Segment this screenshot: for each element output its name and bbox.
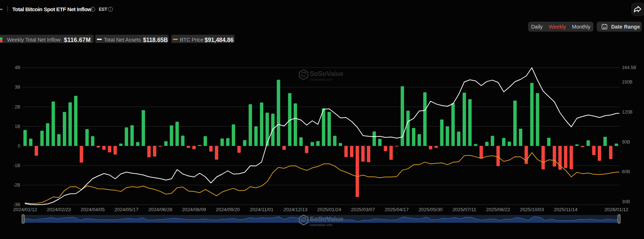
svg-text:2024/09/20: 2024/09/20 (216, 207, 240, 212)
svg-text:EST: EST (99, 7, 108, 12)
svg-text:sosovalue.com: sosovalue.com (310, 78, 332, 81)
svg-text:sosovalue.com: sosovalue.com (310, 223, 332, 227)
svg-text:2025/01/24: 2025/01/24 (317, 207, 341, 212)
svg-text:120B: 120B (622, 110, 632, 115)
svg-text:150B: 150B (622, 80, 632, 85)
svg-text:SoSoValue: SoSoValue (310, 70, 343, 77)
svg-text:$118.65B: $118.65B (143, 37, 168, 43)
svg-text:2B: 2B (15, 104, 20, 110)
svg-text:BTC Price: BTC Price (180, 37, 203, 43)
svg-text:Weekly Total Net Inflow: Weekly Total Net Inflow (7, 37, 61, 43)
svg-text:2024/11/01: 2024/11/01 (250, 207, 274, 212)
svg-text:Daily: Daily (531, 24, 543, 30)
svg-text:-1B: -1B (13, 163, 20, 168)
svg-text:164.5B: 164.5B (622, 65, 636, 70)
svg-text:1B: 1B (15, 124, 20, 129)
svg-text:3B: 3B (15, 85, 20, 90)
svg-text:Total Net Assets: Total Net Assets (104, 37, 141, 43)
svg-text:2026/01/12: 2026/01/12 (604, 207, 628, 212)
svg-text:2025/11/14: 2025/11/14 (554, 207, 578, 212)
svg-text:30B: 30B (622, 199, 630, 204)
svg-text:90B: 90B (622, 140, 630, 145)
svg-text:2025/07/11: 2025/07/11 (453, 207, 476, 212)
svg-text:2025/08/22: 2025/08/22 (486, 207, 510, 212)
svg-text:Date Range: Date Range (611, 24, 640, 30)
svg-text:2024/06/28: 2024/06/28 (148, 207, 172, 212)
svg-text:Monthly: Monthly (572, 24, 591, 30)
svg-text:2024/04/05: 2024/04/05 (81, 207, 105, 212)
svg-text:2025/04/17: 2025/04/17 (385, 207, 409, 212)
svg-text:2025/05/30: 2025/05/30 (419, 207, 443, 212)
svg-text:2025/10/03: 2025/10/03 (520, 207, 544, 212)
svg-text:Total Bitcoin Spot ETF Net Inf: Total Bitcoin Spot ETF Net Inflow (12, 6, 92, 12)
svg-text:$116.67M: $116.67M (64, 37, 91, 43)
svg-text:-2B: -2B (13, 183, 20, 188)
svg-text:4B: 4B (15, 65, 20, 70)
svg-text:2024/08/09: 2024/08/09 (182, 207, 206, 212)
svg-text:0: 0 (18, 144, 20, 149)
svg-text:2024/05/17: 2024/05/17 (114, 207, 139, 212)
svg-text:2025/03/07: 2025/03/07 (351, 207, 375, 212)
svg-text:Weekly: Weekly (549, 24, 566, 30)
svg-text:12: 12 (603, 26, 606, 29)
svg-text:2024/02/23: 2024/02/23 (47, 207, 71, 212)
svg-text:60B: 60B (622, 169, 630, 174)
svg-text:2024/01/12: 2024/01/12 (13, 207, 37, 212)
svg-text:2024/12/13: 2024/12/13 (284, 207, 308, 212)
svg-text:$91,484.86: $91,484.86 (205, 37, 234, 43)
svg-text:SoSoValue: SoSoValue (310, 215, 343, 223)
